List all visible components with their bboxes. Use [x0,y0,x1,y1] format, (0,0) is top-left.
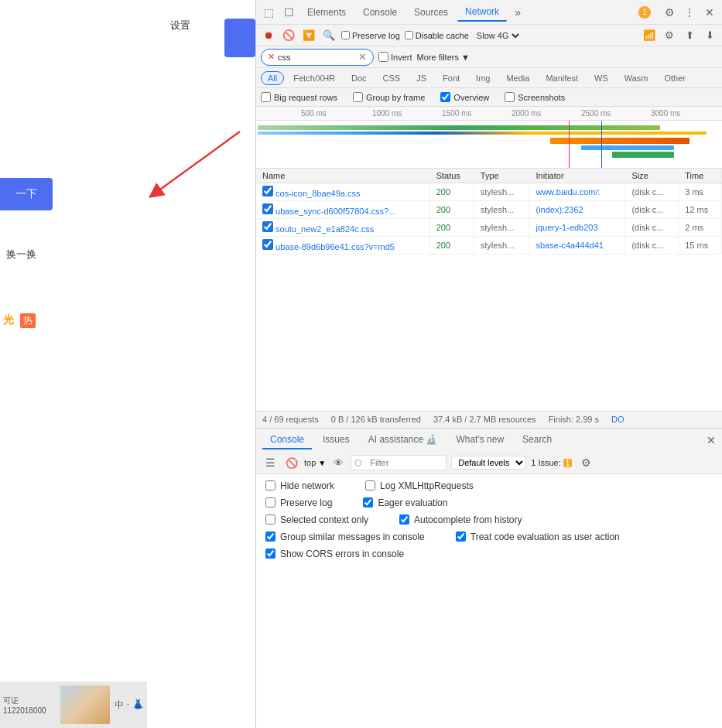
col-header-name[interactable]: Name [256,169,429,183]
eager-eval-option[interactable]: Eager evaluation [363,497,447,508]
row-3-type: stylesh... [474,237,529,255]
clear-button[interactable]: 🚫 [281,28,296,43]
btab-ai-assistance[interactable]: AI assistance 🔬 [361,431,446,449]
log-xmlhttp-option[interactable]: Log XMLHttpRequests [365,480,474,491]
table-row[interactable]: cos-icon_8bae49a.css 200 stylesh... www.… [256,183,722,201]
row-2-initiator: jquery-1-edb203 [529,219,625,237]
preserve-log-checkbox[interactable]: Preserve log [341,31,400,40]
eye-icon[interactable]: 👁 [330,455,346,470]
wifi-icon: 📶 [642,28,657,43]
type-tab-manifest[interactable]: Manifest [539,71,585,85]
type-tab-font[interactable]: Font [436,71,467,85]
row-0-initiator: www.baidu.com/: [529,183,625,201]
upload-icon[interactable]: ⬆ [682,28,697,43]
table-row[interactable]: soutu_new2_e1a824c.css 200 stylesh... jq… [256,219,722,237]
big-request-rows-option[interactable]: Big request rows [261,92,337,102]
clothing-icon: 👗 [132,699,144,712]
settings-icon[interactable]: ⚙ [660,3,679,22]
type-tab-fetchxhr[interactable]: Fetch/XHR [286,71,342,85]
console-filter-input[interactable] [365,456,443,469]
invert-checkbox[interactable]: Invert [378,52,412,62]
type-tab-img[interactable]: Img [469,71,497,85]
row-3-checkbox[interactable] [262,239,273,250]
col-header-type[interactable]: Type [474,169,529,183]
default-levels-select[interactable]: Default levels [451,456,526,470]
row-1-status: 200 [429,201,474,219]
devtools-tabbar: ⬚ ☐ Elements Console Sources Network » 1 [256,0,722,25]
row-2-time: 2 ms [679,219,722,237]
table-row[interactable]: ubase-89d6b96e41.css?v=md5 200 stylesh..… [256,237,722,255]
type-tab-css[interactable]: CSS [376,71,408,85]
type-tab-doc[interactable]: Doc [344,71,374,85]
autocomplete-option[interactable]: Autocomplete from history [399,514,522,525]
table-row[interactable]: ubase_sync-d600f57804.css?... 200 styles… [256,201,722,219]
console-settings-icon[interactable]: ⚙ [577,453,595,472]
clear-filter-icon[interactable]: ✕ [358,51,367,63]
ruler-mark-1000: 1000 ms [372,109,402,118]
top-dropdown-icon[interactable]: ▼ [318,459,326,467]
type-tab-ws[interactable]: WS [587,71,615,85]
type-tab-all[interactable]: All [261,71,284,85]
selected-context-option[interactable]: Selected context only [265,514,368,525]
col-header-status[interactable]: Status [429,169,474,183]
hide-network-option[interactable]: Hide network [265,480,334,491]
tl-bar-3 [550,138,689,144]
inspect-icon[interactable]: ⬚ [259,3,278,22]
tab-elements[interactable]: Elements [299,4,354,21]
row-1-checkbox[interactable] [262,203,273,214]
treat-code-option[interactable]: Treat code evaluation as user action [456,531,620,542]
transferred-size: 0 B / 126 kB transferred [331,415,421,424]
tab-sources[interactable]: Sources [406,4,456,21]
exchange-label[interactable]: 换一换 [6,248,36,261]
download-icon[interactable]: ⬇ [702,28,717,43]
type-tab-other[interactable]: Other [657,71,693,85]
disable-cache-checkbox[interactable]: Disable cache [405,31,469,40]
filter-icon[interactable]: 🔽 [301,28,317,43]
more-tabs-icon[interactable]: » [508,3,527,22]
overview-option[interactable]: Overview [440,92,489,102]
tab-network[interactable]: Network [457,3,507,22]
console-sidebar-icon[interactable]: ☰ [261,453,279,472]
screenshots-option[interactable]: Screenshots [505,92,565,102]
group-similar-option[interactable]: Group similar messages in console [265,531,425,542]
baidu-button[interactable]: 一下 [0,178,53,210]
col-header-initiator[interactable]: Initiator [529,169,625,183]
btab-console[interactable]: Console [262,431,312,449]
btab-whats-new[interactable]: What's new [448,431,512,449]
close-bottom-panel-icon[interactable]: ✕ [707,434,716,446]
btab-issues[interactable]: Issues [315,431,358,449]
tl-bar-4 [581,145,674,150]
row-0-checkbox[interactable] [262,186,273,197]
more-options-icon[interactable]: ⋮ [680,3,699,22]
device-icon[interactable]: ☐ [279,3,298,22]
tl-bar-1 [258,125,660,130]
do-link[interactable]: DO [611,415,624,424]
col-header-size[interactable]: Size [625,169,679,183]
preserve-log-console-option[interactable]: Preserve log [265,497,332,508]
icp-label: 可证1122018000 [3,696,56,715]
show-cors-option[interactable]: Show CORS errors in console [265,549,404,559]
warning-tab[interactable]: 1 [631,3,659,22]
tl-line-blue [601,121,602,169]
console-clear-icon[interactable]: 🚫 [284,455,299,470]
type-tab-js[interactable]: JS [409,71,433,85]
group-by-frame-option[interactable]: Group by frame [353,92,425,102]
type-tab-media[interactable]: Media [499,71,536,85]
row-2-checkbox[interactable] [262,221,273,232]
type-tab-wasm[interactable]: Wasm [618,71,655,85]
close-devtools-icon[interactable]: ✕ [700,3,719,22]
col-header-time[interactable]: Time [679,169,722,183]
tl-bar-5 [612,152,674,158]
console-opt-row-1: Hide network Log XMLHttpRequests [265,480,713,491]
tl-line-pink [569,121,570,169]
network-settings-icon[interactable]: ⚙ [662,28,677,43]
record-button[interactable]: ⏺ [261,28,276,43]
more-filters-button[interactable]: More filters ▼ [417,53,470,62]
settings-label[interactable]: 设置 [170,19,190,32]
btab-search[interactable]: Search [515,431,559,449]
row-0-type: stylesh... [474,183,529,201]
tab-console[interactable]: Console [355,4,405,21]
throttle-select[interactable]: Slow 4G [474,30,522,41]
filter-input[interactable] [278,53,355,62]
search-network-icon[interactable]: 🔍 [321,28,337,43]
